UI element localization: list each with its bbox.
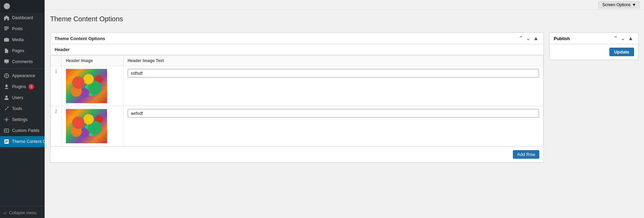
svg-rect-1	[4, 27, 9, 27]
header-image	[66, 109, 107, 143]
posts-icon	[3, 26, 10, 32]
metabox-collapse-up-button[interactable]: ⌃	[518, 36, 524, 41]
collapse-menu-item[interactable]: ‹‹ Collapse menu	[0, 208, 45, 218]
metabox-body: Header Header Image Header Image Text 12	[50, 44, 543, 162]
publish-body: Update	[550, 44, 638, 60]
collapse-icon: ‹‹	[3, 210, 7, 216]
screen-options-button[interactable]: Screen Options ▼	[598, 1, 640, 8]
section-header: Header	[50, 44, 543, 55]
sidebar-sep-2	[0, 206, 45, 206]
col-image-header: Header Image	[61, 56, 123, 66]
sidebar-item-comments[interactable]: Comments	[0, 56, 45, 67]
sidebar-item-posts[interactable]: Posts	[0, 23, 45, 34]
metabox-header[interactable]: Theme Content Options ⌃ ⌄ ▲	[50, 33, 543, 44]
screen-options-label: Screen Options	[602, 2, 631, 7]
sidebar-item-tools[interactable]: Tools	[0, 103, 45, 114]
sidebar: Dashboard Posts Media Pages Comments App…	[0, 0, 45, 218]
sidebar-item-label: Pages	[12, 48, 24, 53]
metabox-title: Theme Content Options	[55, 36, 105, 41]
sidebar-item-label: Users	[12, 95, 23, 100]
sidebar-item-media[interactable]: Media	[0, 34, 45, 45]
row-image-cell	[61, 106, 123, 146]
sidebar-logo	[0, 0, 45, 12]
publish-box: Publish ⌃ ⌄ ▲ Update	[549, 33, 639, 60]
theme-content-options-metabox: Theme Content Options ⌃ ⌄ ▲ Header Heade…	[50, 33, 544, 162]
side-panel: Publish ⌃ ⌄ ▲ Update	[549, 33, 639, 60]
sidebar-item-label: Dashboard	[12, 15, 33, 20]
header-image	[66, 69, 107, 103]
col-text-header: Header Image Text	[123, 56, 543, 66]
metabox-close-button[interactable]: ▲	[532, 36, 539, 41]
sidebar-item-label: Appearance	[12, 73, 35, 78]
pages-icon	[3, 48, 10, 54]
plugins-icon	[3, 84, 10, 90]
main-panel: Theme Content Options ⌃ ⌄ ▲ Header Heade…	[50, 33, 544, 168]
fields-table: Header Image Header Image Text 12	[50, 55, 543, 146]
table-row: 2	[51, 106, 543, 146]
svg-rect-3	[4, 29, 7, 30]
sidebar-sep-1	[0, 69, 45, 69]
svg-rect-9	[4, 129, 9, 132]
topbar: Screen Options ▼	[45, 0, 644, 10]
sidebar-item-label: Plugins	[12, 84, 26, 89]
content-area: Theme Content Options ⌃ ⌄ ▲ Header Heade…	[50, 33, 639, 168]
svg-rect-2	[4, 28, 9, 29]
add-row-button[interactable]: Add Row	[513, 150, 539, 159]
sidebar-item-dashboard[interactable]: Dashboard	[0, 12, 45, 23]
sidebar-item-label: Theme Content Options	[12, 139, 45, 144]
header-image-text-input[interactable]	[128, 109, 539, 118]
row-number: 2	[51, 106, 62, 146]
publish-title: Publish	[554, 36, 570, 41]
publish-close-button[interactable]: ▲	[627, 36, 634, 41]
tools-icon	[3, 106, 10, 112]
table-row: 1	[51, 66, 543, 106]
svg-rect-6	[5, 88, 8, 89]
media-icon	[3, 37, 10, 43]
col-number-header	[51, 56, 62, 66]
sidebar-item-label: Media	[12, 37, 24, 42]
sidebar-item-plugins[interactable]: Plugins 2	[0, 81, 45, 92]
comments-icon	[3, 59, 10, 65]
sidebar-item-appearance[interactable]: Appearance	[0, 70, 45, 81]
sidebar-item-label: Tools	[12, 106, 22, 111]
sidebar-item-settings[interactable]: Settings	[0, 114, 45, 125]
dashboard-icon	[3, 15, 10, 21]
row-number: 1	[51, 66, 62, 106]
appearance-icon	[3, 73, 10, 79]
screen-options-arrow-icon: ▼	[632, 2, 636, 7]
publish-controls: ⌃ ⌄ ▲	[613, 36, 634, 41]
row-text-cell	[123, 66, 543, 106]
main-content: Theme Content Options Theme Content Opti…	[45, 10, 644, 218]
metabox-controls: ⌃ ⌄ ▲	[518, 36, 539, 41]
row-image-cell	[61, 66, 123, 106]
svg-point-8	[6, 119, 8, 121]
sidebar-item-theme-content-options[interactable]: Theme Content Options	[0, 136, 45, 147]
svg-point-7	[5, 96, 8, 98]
update-button[interactable]: Update	[609, 48, 634, 56]
sidebar-item-custom-fields[interactable]: Custom Fields	[0, 125, 45, 136]
settings-icon	[3, 117, 10, 123]
sidebar-item-pages[interactable]: Pages	[0, 45, 45, 56]
publish-collapse-down-button[interactable]: ⌄	[620, 36, 626, 41]
svg-rect-4	[4, 38, 9, 42]
sidebar-item-users[interactable]: Users	[0, 92, 45, 103]
header-image-text-input[interactable]	[128, 69, 539, 77]
theme-content-options-icon	[3, 138, 10, 145]
collapse-menu-label: Collapse menu	[9, 210, 36, 215]
sidebar-item-label: Posts	[12, 26, 23, 31]
publish-collapse-up-button[interactable]: ⌃	[613, 36, 619, 41]
metabox-collapse-down-button[interactable]: ⌄	[525, 36, 531, 41]
sidebar-item-label: Settings	[12, 117, 27, 122]
svg-point-0	[4, 3, 10, 9]
sidebar-item-label: Custom Fields	[12, 128, 39, 133]
publish-header[interactable]: Publish ⌃ ⌄ ▲	[550, 33, 638, 44]
page-title: Theme Content Options	[50, 15, 639, 23]
users-icon	[3, 95, 10, 101]
sidebar-item-label: Comments	[12, 59, 33, 64]
row-text-cell	[123, 106, 543, 146]
wp-logo-icon	[3, 3, 10, 10]
add-row-container: Add Row	[50, 146, 543, 162]
custom-fields-icon	[3, 128, 10, 134]
plugins-badge: 2	[28, 84, 34, 89]
